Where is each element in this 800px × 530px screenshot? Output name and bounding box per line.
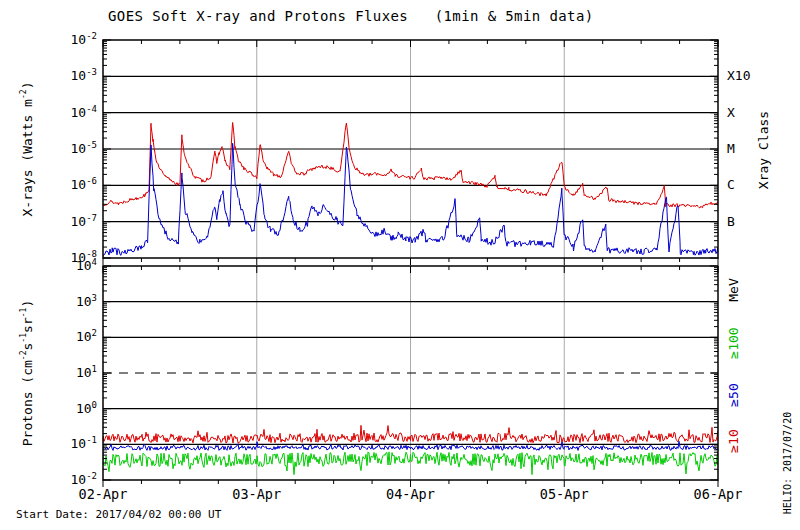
xray-y-axis-label: X-rays (Watts m-2) xyxy=(19,82,34,217)
y-tick-label: 10-6 xyxy=(71,176,98,192)
x-tick-label: 04-Apr xyxy=(386,486,435,502)
y-tick-label: 10-2 xyxy=(71,471,98,487)
y-tick-label: 10-7 xyxy=(71,213,98,229)
y-tick-label: 102 xyxy=(76,328,97,344)
y-tick-label: 10-5 xyxy=(71,140,98,156)
goes-flux-figure: GOES Soft X-ray and Protons Fluxes (1min… xyxy=(0,0,800,530)
x-tick-label: 05-Apr xyxy=(540,486,589,502)
xray-class-label-c: C xyxy=(727,177,735,192)
xray-panel: 10-210-310-410-510-610-710-8X10XMCB xyxy=(71,31,751,265)
y-tick-label: 100 xyxy=(76,400,97,416)
xray-class-label-x10: X10 xyxy=(727,68,750,83)
y-tick-label: 10-3 xyxy=(71,67,98,83)
y-tick-label: 10-2 xyxy=(71,31,98,47)
proton-ge100-label: ≥100 xyxy=(726,327,741,358)
plot-canvas: 10-210-310-410-510-610-710-8X10XMCB10410… xyxy=(0,0,800,530)
y-tick-label: 10-4 xyxy=(71,104,98,120)
xray-class-label-m: M xyxy=(727,141,735,156)
protons-panel: 10410310210110010-110-202-Apr03-Apr04-Ap… xyxy=(71,257,743,502)
x-tick-label: 03-Apr xyxy=(232,486,281,502)
mev-axis-label: MeV xyxy=(726,278,741,301)
xray-class-label-b: B xyxy=(727,214,735,229)
proton-ge50-label: ≥50 xyxy=(726,383,741,406)
proton-ge10-label: ≥10 xyxy=(726,429,741,452)
xray-class-label-x: X xyxy=(727,105,735,120)
x-tick-label: 06-Apr xyxy=(694,486,743,502)
credit-helio-date: HELIO: 2017/07/20 xyxy=(782,412,793,514)
y-tick-label: 101 xyxy=(76,364,97,380)
y-tick-label: 103 xyxy=(76,293,97,309)
y-tick-label: 10-1 xyxy=(71,435,98,451)
start-date-label: Start Date: 2017/04/02 00:00 UT xyxy=(16,508,221,521)
xray-class-axis-label: Xray Class xyxy=(756,111,771,189)
x-tick-label: 02-Apr xyxy=(79,486,128,502)
proton-y-axis-label: Protons (cm-2s-1sr-1) xyxy=(19,300,34,447)
y-tick-label: 104 xyxy=(76,257,97,273)
